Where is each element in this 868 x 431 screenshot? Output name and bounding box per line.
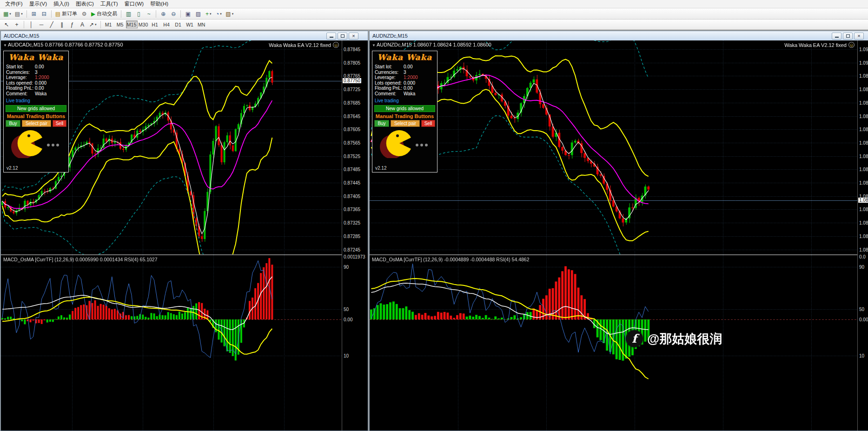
periods-icon[interactable]: ◔▾	[214, 9, 223, 18]
autotrading-button[interactable]: ▶自动交易	[90, 9, 119, 18]
menu-charts[interactable]: 图表(C)	[73, 0, 97, 8]
timeframe-mn[interactable]: MN	[196, 20, 207, 28]
profiles-icon: ▤	[15, 11, 20, 17]
line-chart-icon: ~	[147, 11, 151, 17]
live-trading-link[interactable]: Live trading	[372, 96, 437, 104]
menu-insert[interactable]: 插入(I)	[50, 0, 73, 8]
zoom-out-icon[interactable]: ⊖	[169, 9, 178, 18]
ea-smiley-icon[interactable]: ☺	[333, 42, 339, 48]
timeframe-m5[interactable]: M5	[114, 20, 126, 28]
window-titlebar[interactable]: AUDCADc,M15 ×	[1, 31, 368, 40]
timeframe-d1[interactable]: D1	[172, 20, 184, 28]
new-order-button[interactable]: ▤新订单	[54, 9, 79, 18]
price-chart-canvas[interactable]	[370, 40, 857, 254]
select-pair-button[interactable]: Select pair	[391, 120, 420, 127]
ea-panel-row: Lots opened:0.000	[4, 80, 68, 86]
menu-tools[interactable]: 工具(T)	[97, 0, 121, 8]
price-axis[interactable]: 0.878450.878050.877650.877250.876850.876…	[342, 40, 368, 431]
window-controls: ×	[325, 33, 358, 40]
toolbar-separator	[121, 10, 121, 18]
restore-button[interactable]	[338, 33, 347, 40]
autotrading-button: ▶	[91, 11, 95, 17]
select-pair-button[interactable]: Select pair	[22, 120, 51, 127]
arrows-icon[interactable]: ↗▾	[88, 20, 98, 29]
subwindow-divider[interactable]	[1, 254, 368, 255]
ea-panel-row: Leverage:1:2000	[4, 75, 68, 80]
sell-button[interactable]: Sell	[421, 120, 435, 127]
ea-row-value: Waka	[404, 91, 435, 97]
manual-buttons-row: Buy Select pair Sell	[6, 120, 66, 127]
profiles-icon[interactable]: ▤▾	[13, 9, 24, 18]
ea-version: v2.12	[7, 166, 18, 171]
fibonacci-icon[interactable]: ƒ	[67, 20, 77, 29]
new-grids-button[interactable]: New grids allowed	[6, 105, 66, 112]
zoom-in-icon[interactable]: ⊕	[159, 9, 168, 18]
price-axis-label: 1.08490	[859, 234, 868, 239]
price-axis-label: 0.87605	[344, 127, 360, 132]
buy-button[interactable]: Buy	[6, 120, 20, 127]
macd-indicator-canvas[interactable]	[370, 255, 857, 431]
ea-row-value: 0.00	[404, 64, 435, 70]
menu-view[interactable]: 显示(V)	[26, 0, 50, 8]
chevron-down-icon: ▾	[95, 23, 97, 27]
new-chart-icon[interactable]: ▦▾	[2, 9, 13, 18]
timeframe-m30[interactable]: M30	[138, 20, 149, 28]
subwindow-divider[interactable]	[370, 254, 868, 255]
ea-smiley-icon[interactable]: ☺	[848, 42, 855, 48]
menu-help[interactable]: 帮助(H)	[147, 0, 172, 8]
cascade-windows-icon[interactable]: ▨	[193, 9, 203, 18]
bar-chart-icon[interactable]: ▥	[124, 9, 133, 18]
text-icon[interactable]: A	[78, 20, 87, 29]
tile-windows-icon[interactable]: ▣	[183, 9, 192, 18]
window-title: AUDNZDc,M15	[372, 33, 830, 39]
expert-advisors-icon[interactable]: ⚙	[80, 9, 89, 18]
minimize-icon	[835, 34, 839, 38]
vertical-line-icon[interactable]: │	[27, 20, 36, 29]
ea-row-label: Start lot:	[375, 64, 404, 70]
new-grids-button[interactable]: New grids allowed	[374, 105, 435, 112]
ea-panel-row: Lots opened:0.000	[372, 80, 437, 86]
fibonacci-icon: ƒ	[71, 21, 74, 28]
menu-window[interactable]: 窗口(W)	[121, 0, 147, 8]
macd-indicator-canvas[interactable]	[1, 255, 342, 431]
trendline-icon[interactable]: ╱	[47, 20, 56, 29]
data-window-icon[interactable]: ⊟	[40, 9, 49, 18]
templates-icon[interactable]: ▧▾	[224, 9, 235, 18]
timeframe-w1[interactable]: W1	[184, 20, 196, 28]
close-button[interactable]: ×	[349, 33, 358, 40]
minimize-button[interactable]	[326, 33, 336, 40]
minimize-button[interactable]	[832, 33, 841, 40]
macd-axis-label: 10	[859, 353, 864, 358]
ea-row-label: Comment:	[375, 91, 404, 97]
price-axis[interactable]: 1.090501.090101.089701.089301.088901.088…	[857, 40, 868, 431]
macd-axis-label: 90	[344, 265, 349, 270]
crosshair-icon[interactable]: +	[12, 20, 21, 29]
horizontal-line-icon[interactable]: ─	[37, 20, 46, 29]
line-chart-icon[interactable]: ~	[144, 9, 153, 18]
price-axis-label: 0.87525	[344, 154, 360, 159]
ea-row-label: Lots opened:	[375, 80, 404, 86]
live-trading-link[interactable]: Live trading	[4, 96, 68, 104]
timeframe-h4[interactable]: H4	[161, 20, 172, 28]
ea-row-value: 1:2000	[35, 75, 66, 80]
close-button[interactable]: ×	[854, 33, 864, 40]
sell-button[interactable]: Sell	[53, 120, 66, 127]
chevron-down-icon: ▾	[21, 12, 23, 16]
ea-row-value: Waka	[35, 91, 66, 97]
restore-button[interactable]	[843, 33, 853, 40]
timeframe-m15[interactable]: M15	[126, 20, 138, 28]
market-watch-icon[interactable]: ⊞	[29, 9, 39, 18]
cursor-icon[interactable]: ↖	[2, 20, 11, 29]
menu-file[interactable]: 文件(F)	[2, 0, 26, 8]
expert-advisors-icon: ⚙	[82, 11, 87, 17]
timeframe-h1[interactable]: H1	[149, 20, 161, 28]
restore-icon	[846, 34, 850, 38]
timeframe-m1[interactable]: M1	[103, 20, 114, 28]
price-axis-label: 1.08650	[859, 180, 868, 186]
candlestick-chart-icon[interactable]: ▯	[134, 9, 143, 18]
buy-button[interactable]: Buy	[374, 120, 389, 127]
indicators-icon[interactable]: +▾	[204, 9, 213, 18]
window-titlebar[interactable]: AUDNZDc,M15 ×	[370, 31, 868, 40]
ea-panel-row: Comment:Waka	[372, 91, 437, 97]
channel-icon[interactable]: ∥	[57, 20, 66, 29]
